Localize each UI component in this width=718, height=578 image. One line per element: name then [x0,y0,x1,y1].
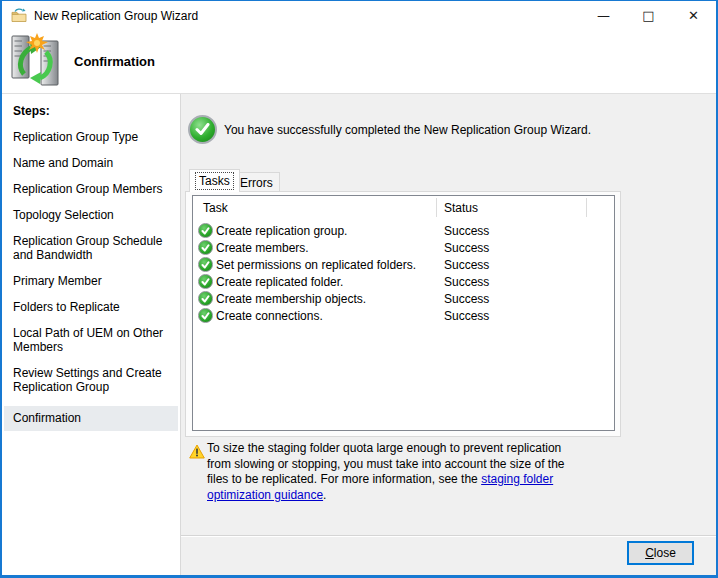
status-value: Success [444,258,489,272]
footer-separator [181,535,716,537]
success-check-icon [198,274,213,289]
success-check-icon [198,240,213,255]
column-header-status[interactable]: Status [444,201,478,215]
success-check-icon [198,308,213,323]
staging-folder-guidance-link[interactable]: staging folder [481,472,553,486]
warning-line: from slowing or stopping, you must take … [207,457,565,471]
status-value: Success [444,309,489,323]
column-header-task[interactable]: Task [203,201,228,215]
table-header: Task Status [193,196,614,219]
tab-tasks[interactable]: Tasks [189,169,240,192]
minimize-button[interactable]: — [581,1,626,30]
maximize-button[interactable]: □ [626,1,671,30]
tab-errors-label: Errors [240,176,273,190]
warning-line: . [323,488,326,502]
step-schedule-and-bandwidth: Replication Group Schedule and Bandwidth [2,234,180,262]
table-row[interactable]: Create membership objects. Success [193,290,614,307]
success-message: You have successfully completed the New … [224,123,591,137]
column-divider [436,198,437,217]
table-row[interactable]: Create members. Success [193,239,614,256]
warning-icon [189,444,205,462]
table-row[interactable]: Create replicated folder. Success [193,273,614,290]
table-row[interactable]: Create replication group. Success [193,222,614,239]
replication-servers-icon [10,32,62,91]
steps-sidebar: Steps: Replication Group Type Name and D… [2,94,181,575]
status-value: Success [444,292,489,306]
step-confirmation-current: Confirmation [4,406,178,431]
task-label: Create membership objects. [216,292,366,306]
task-label: Set permissions on replicated folders. [216,258,416,272]
status-value: Success [444,275,489,289]
table-body: Create replication group. Success Create… [193,219,614,324]
main-content: You have successfully completed the New … [181,94,716,575]
table-row[interactable]: Set permissions on replicated folders. S… [193,256,614,273]
staging-folder-guidance-link[interactable]: optimization guidance [207,488,323,502]
page-title: Confirmation [74,54,155,69]
close-button-label: lose [654,546,676,560]
success-check-icon [198,257,213,272]
step-replication-group-type: Replication Group Type [2,130,180,144]
status-value: Success [444,224,489,238]
staging-folder-warning: To size the staging folder quota large e… [207,441,567,503]
wizard-window: New Replication Group Wizard — □ ✕ [0,0,718,578]
success-check-icon [198,291,213,306]
tab-tasks-label: Tasks [196,173,233,189]
task-label: Create connections. [216,309,323,323]
close-window-button[interactable]: ✕ [671,1,716,30]
tasks-table: Task Status Create replication group. Su… [192,195,615,431]
task-label: Create replicated folder. [216,275,343,289]
step-topology-selection: Topology Selection [2,208,180,222]
success-circle-icon [188,115,217,144]
replication-folder-icon [11,8,27,24]
status-value: Success [444,241,489,255]
wizard-header: Confirmation [2,30,716,94]
step-replication-group-members: Replication Group Members [2,182,180,196]
tab-errors[interactable]: Errors [233,172,280,192]
task-label: Create members. [216,241,309,255]
step-primary-member: Primary Member [2,274,180,288]
column-divider [586,198,587,217]
warning-line: To size the staging folder quota large e… [207,441,561,455]
window-title: New Replication Group Wizard [34,9,198,23]
table-row[interactable]: Create connections. Success [193,307,614,324]
success-check-icon [198,223,213,238]
step-local-path-uem: Local Path of UEM on Other Members [2,326,180,354]
step-name-and-domain: Name and Domain [2,156,180,170]
steps-heading: Steps: [2,101,180,121]
close-button[interactable]: Close [627,541,694,565]
tasks-tab-panel: Task Status Create replication group. Su… [185,191,621,437]
step-folders-to-replicate: Folders to Replicate [2,300,180,314]
step-review-settings: Review Settings and Create Replication G… [2,366,180,394]
titlebar: New Replication Group Wizard — □ ✕ [2,1,716,30]
window-controls: — □ ✕ [581,1,716,30]
task-label: Create replication group. [216,224,347,238]
warning-line: files to be replicated. For more informa… [207,472,481,486]
close-button-mnemonic: C [645,546,654,560]
